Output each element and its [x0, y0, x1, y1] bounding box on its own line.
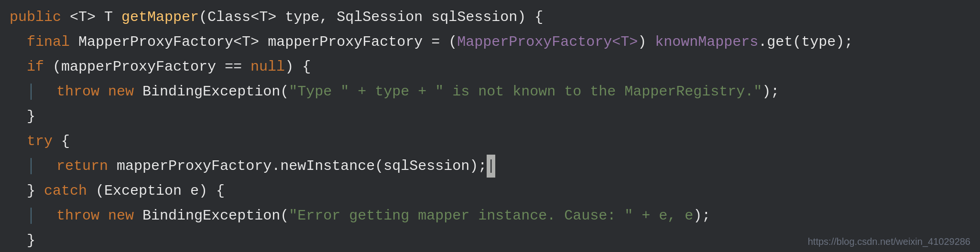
- code-line: }: [0, 104, 980, 129]
- code-line: } catch (Exception e) {: [0, 178, 980, 203]
- code-line: try {: [0, 129, 980, 154]
- code-line: │ throw new BindingException("Error gett…: [0, 203, 980, 228]
- code-line: │ return mapperProxyFactory.newInstance(…: [0, 154, 980, 178]
- code-block: public <T> T getMapper(Class<T> type, Sq…: [0, 5, 980, 252]
- code-line: final MapperProxyFactory<T> mapperProxyF…: [0, 30, 980, 54]
- code-line: public <T> T getMapper(Class<T> type, Sq…: [0, 5, 980, 30]
- code-line: │ throw new BindingException("Type " + t…: [0, 79, 980, 104]
- code-container: public <T> T getMapper(Class<T> type, Sq…: [0, 0, 980, 252]
- code-line: if (mapperProxyFactory == null) {: [0, 54, 980, 79]
- watermark: https://blog.csdn.net/weixin_41029286: [808, 236, 970, 247]
